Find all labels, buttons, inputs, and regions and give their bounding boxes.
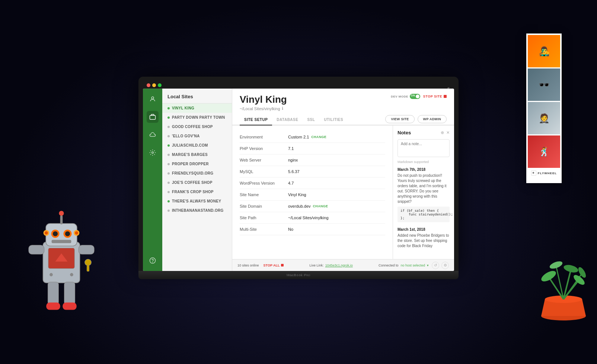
maximize-window-button[interactable] <box>158 83 162 87</box>
site-list-item[interactable]: INTHEBANANASTAND.ORG <box>162 206 232 215</box>
site-list-item[interactable]: FRANK'S CROP SHOP <box>162 187 232 197</box>
svg-rect-15 <box>29 245 44 254</box>
field-value: 4.7 <box>288 181 294 185</box>
svg-rect-38 <box>150 115 156 119</box>
tab-ssl[interactable]: SSL <box>303 115 319 125</box>
site-list-item[interactable]: THERE'S ALWAYS MONEY <box>162 197 232 206</box>
field-row: Multi-SiteNo <box>240 224 385 235</box>
field-row: PHP Version7.1 <box>240 143 385 154</box>
laptop: « <box>138 77 459 279</box>
svg-rect-18 <box>87 265 89 272</box>
change-link[interactable]: CHANGE <box>313 204 328 208</box>
svg-point-19 <box>50 273 53 277</box>
site-status-dot <box>167 182 170 184</box>
app-window: Local Sites VINYL KINGPARTY DOWN PARTY T… <box>143 89 454 271</box>
notes-actions: ⊕ ✕ <box>441 130 450 135</box>
field-value: 7.1 <box>288 146 294 151</box>
robot-decoration <box>20 193 102 319</box>
notes-header: Notes ⊕ ✕ <box>398 130 450 135</box>
notes-close-icon[interactable]: ✕ <box>446 130 450 135</box>
svg-point-5 <box>53 231 58 236</box>
field-row: Web Servernginx <box>240 154 385 166</box>
site-list-item[interactable]: MARGE'S BARGES <box>162 150 232 159</box>
photo-2: 🕶️ <box>528 68 560 101</box>
svg-rect-12 <box>64 282 75 305</box>
minimize-window-button[interactable] <box>152 83 156 87</box>
site-title: Vinyl King <box>240 94 287 105</box>
svg-point-22 <box>45 231 48 234</box>
field-value: Vinyl King <box>288 192 306 197</box>
svg-point-32 <box>540 269 558 283</box>
field-value: nginx <box>288 158 298 162</box>
site-list-item[interactable]: 'ELLO GOV'NA <box>162 131 232 141</box>
close-window-button[interactable] <box>147 83 150 87</box>
site-status-dot <box>167 200 170 202</box>
site-list-item[interactable]: JULIASCHILD.COM <box>162 141 232 150</box>
live-link[interactable]: 1045e3c1.ngrok.io <box>325 264 353 267</box>
status-icons: ↺ ⚙ <box>432 262 449 269</box>
site-list-item[interactable]: PROPER DROPPER <box>162 159 232 169</box>
screen-bezel: « <box>138 77 459 271</box>
site-list-header: Local Sites <box>162 89 232 103</box>
site-status-dot <box>167 172 170 175</box>
chevron-down-icon: ▾ <box>427 264 429 267</box>
sidebar-item-settings[interactable] <box>147 147 159 159</box>
site-setup-panel: EnvironmentCustom 2.1 CHANGEPHP Version7… <box>232 125 393 259</box>
settings-button[interactable]: ⚙ <box>441 262 449 269</box>
stop-site-icon <box>444 95 447 98</box>
photo-1: 👨‍🎤 <box>528 35 560 67</box>
photo-strip: 👨‍🎤 🕶️ 🤵 🕺 ✈ FLYWHEEL <box>526 33 562 183</box>
notes-input[interactable] <box>398 139 450 157</box>
field-label: Site Name <box>240 192 288 197</box>
top-actions: DEV MODE ON STOP SITE <box>391 94 447 99</box>
note-code: if (bf_sale) then { func stairwaydenied(… <box>398 207 450 222</box>
svg-point-37 <box>151 97 154 99</box>
status-right: Connected to no host selected ▾ ↺ ⚙ <box>379 262 449 269</box>
site-status-dot <box>167 163 170 165</box>
tabs-container: SITE SETUPDATABASESSLUTILITIES <box>240 115 348 125</box>
site-list-item[interactable]: GOOD COFFEE SHOP <box>162 122 232 131</box>
sidebar-item-sites[interactable] <box>147 111 159 123</box>
sites-online-count: 10 sites online <box>237 264 259 267</box>
site-list-item[interactable]: JOE'S COFFEE SHOP <box>162 178 232 187</box>
view-site-button[interactable]: VIEW SITE <box>385 115 414 123</box>
field-row: WordPress Version4.7 <box>240 178 385 189</box>
main-content-area: Vinyl King ~/Local Sites/vinylking ℹ DEV… <box>232 89 454 271</box>
notes-title: Notes <box>398 130 411 135</box>
reload-button[interactable]: ↺ <box>432 262 439 269</box>
change-link[interactable]: CHANGE <box>311 135 326 139</box>
host-select[interactable]: Connected to no host selected ▾ <box>379 264 429 267</box>
note-date: March 1st, 2018 <box>398 227 450 232</box>
field-label: Site Domain <box>240 204 288 208</box>
status-bar: 10 sites online STOP ALL Live Link: 1045… <box>232 259 454 271</box>
svg-point-9 <box>59 211 64 215</box>
field-row: MySQL5.6.37 <box>240 166 385 178</box>
wp-admin-button[interactable]: WP ADMIN <box>418 115 447 123</box>
sidebar-item-cloud[interactable] <box>147 129 159 141</box>
svg-rect-14 <box>63 303 76 310</box>
field-value: ~/Local Sites/vinylking <box>288 215 329 220</box>
svg-point-24 <box>75 231 78 234</box>
dev-mode-toggle[interactable]: ON <box>410 94 420 99</box>
flywheel-logo: ✈ FLYWHEEL <box>528 169 560 176</box>
site-list-item[interactable]: PARTY DOWN PARTY TOWN <box>162 113 232 122</box>
stop-all-button[interactable]: STOP ALL <box>264 264 284 267</box>
notes-search-icon[interactable]: ⊕ <box>441 130 444 135</box>
site-list-item[interactable]: VINYL KING <box>162 103 232 113</box>
tab-site-setup[interactable]: SITE SETUP <box>240 115 272 125</box>
stop-site-button[interactable]: STOP SITE <box>423 95 447 98</box>
fields-container: EnvironmentCustom 2.1 CHANGEPHP Version7… <box>240 131 385 235</box>
site-status-dot <box>167 126 170 128</box>
sidebar-item-help[interactable] <box>147 255 159 266</box>
tab-database[interactable]: DATABASE <box>272 115 303 125</box>
sidebar-item-user[interactable] <box>147 93 159 105</box>
site-path: ~/Local Sites/vinylking ℹ <box>240 106 287 111</box>
svg-rect-8 <box>60 215 63 224</box>
site-status-dot <box>167 191 170 193</box>
svg-point-35 <box>549 260 563 270</box>
site-status-dot <box>167 107 170 109</box>
tab-utilities[interactable]: UTILITIES <box>319 115 348 125</box>
macbook-label: MacBook Pro <box>287 274 309 277</box>
site-list-item[interactable]: FRIENDLYSQUID.ORG <box>162 169 232 178</box>
svg-rect-13 <box>46 303 60 310</box>
